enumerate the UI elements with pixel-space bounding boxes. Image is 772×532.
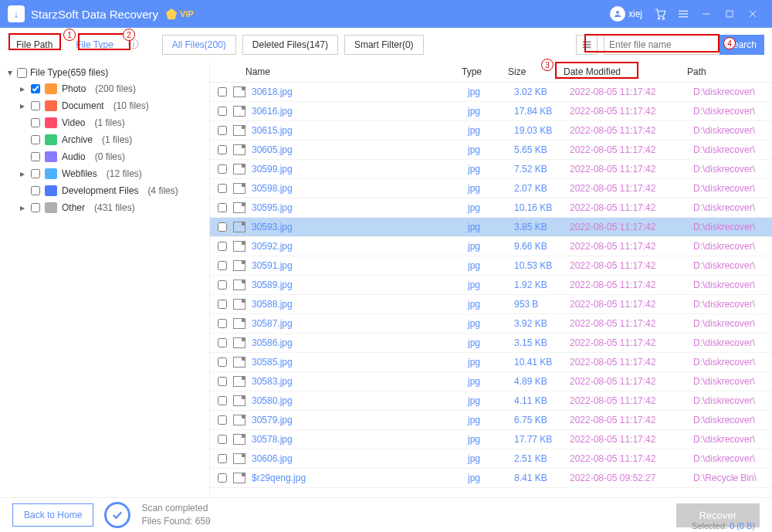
- table-body[interactable]: 30618.jpg jpg 3.02 KB 2022-08-05 11:17:4…: [210, 83, 772, 497]
- table-row[interactable]: 30599.jpg jpg 7.52 KB 2022-08-05 11:17:4…: [210, 160, 772, 179]
- table-row[interactable]: 30618.jpg jpg 3.02 KB 2022-08-05 11:17:4…: [210, 83, 772, 102]
- row-checkbox[interactable]: [218, 415, 227, 425]
- close-button[interactable]: [741, 0, 764, 28]
- row-checkbox[interactable]: [218, 126, 227, 135]
- cell-path: D:\diskrecover\: [693, 357, 764, 368]
- table-row[interactable]: 30606.jpg jpg 2.51 KB 2022-08-05 11:17:4…: [210, 449, 772, 469]
- user-account[interactable]: xiej: [610, 6, 642, 22]
- table-row[interactable]: 30595.jpg jpg 10.16 KB 2022-08-05 11:17:…: [210, 198, 772, 218]
- sidebar-item-photo[interactable]: ▸ Photo (200 files): [3, 80, 209, 97]
- item-count: (10 files): [113, 100, 149, 111]
- row-checkbox[interactable]: [218, 377, 227, 386]
- expand-icon[interactable]: ▸: [19, 100, 26, 111]
- table-row[interactable]: 30587.jpg jpg 3.92 KB 2022-08-05 11:17:4…: [210, 314, 772, 334]
- item-checkbox[interactable]: [31, 152, 40, 161]
- help-icon[interactable]: ⓘ: [128, 38, 139, 52]
- row-checkbox[interactable]: [218, 242, 227, 251]
- collapse-icon[interactable]: ▾: [6, 67, 14, 78]
- table-row[interactable]: 30616.jpg jpg 17.84 KB 2022-08-05 11:17:…: [210, 102, 772, 121]
- header-type[interactable]: Type: [462, 66, 508, 77]
- row-checkbox[interactable]: [218, 87, 227, 97]
- expand-icon[interactable]: ▸: [19, 83, 26, 94]
- cell-type: jpg: [468, 395, 514, 406]
- cell-date: 2022-08-05 11:17:42: [570, 241, 693, 252]
- tab-file-path[interactable]: File Path: [8, 35, 61, 55]
- table-row[interactable]: 30589.jpg jpg 1.92 KB 2022-08-05 11:17:4…: [210, 276, 772, 295]
- sidebar-item-other[interactable]: ▸ Other (431 files): [3, 199, 209, 216]
- menu-button[interactable]: [672, 0, 695, 28]
- header-name[interactable]: Name: [245, 66, 462, 77]
- table-row[interactable]: 30605.jpg jpg 5.65 KB 2022-08-05 11:17:4…: [210, 141, 772, 160]
- table-row[interactable]: 30578.jpg jpg 17.77 KB 2022-08-05 11:17:…: [210, 430, 772, 449]
- search-input[interactable]: [604, 35, 720, 55]
- file-icon: [233, 434, 245, 445]
- expand-icon[interactable]: ▸: [19, 202, 26, 213]
- table-row[interactable]: 30586.jpg jpg 3.15 KB 2022-08-05 11:17:4…: [210, 334, 772, 353]
- cell-size: 6.75 KB: [514, 415, 570, 425]
- cart-button[interactable]: [648, 0, 672, 28]
- table-row[interactable]: 30585.jpg jpg 10.41 KB 2022-08-05 11:17:…: [210, 353, 772, 372]
- vip-badge[interactable]: VIP: [166, 8, 194, 19]
- row-checkbox[interactable]: [218, 107, 227, 116]
- item-checkbox[interactable]: [31, 118, 40, 127]
- row-checkbox[interactable]: [218, 203, 227, 212]
- filter-deleted-files[interactable]: Deleted Files(147): [242, 35, 338, 55]
- view-mode-button[interactable]: [576, 35, 598, 55]
- table-row[interactable]: 30580.jpg jpg 4.11 KB 2022-08-05 11:17:4…: [210, 391, 772, 411]
- sidebar-item-video[interactable]: Video (1 files): [3, 114, 209, 131]
- sidebar-item-development-files[interactable]: Development Files (4 files): [3, 182, 209, 199]
- row-checkbox[interactable]: [218, 338, 227, 347]
- item-checkbox[interactable]: [31, 186, 40, 195]
- tab-file-type[interactable]: File Type: [67, 35, 121, 55]
- sidebar-item-document[interactable]: ▸ Document (10 files): [3, 97, 209, 114]
- row-checkbox[interactable]: [218, 357, 227, 367]
- table-row[interactable]: 30588.jpg jpg 953 B 2022-08-05 11:17:42 …: [210, 295, 772, 314]
- sidebar-item-audio[interactable]: Audio (0 files): [3, 148, 209, 165]
- item-count: (1 files): [102, 134, 132, 145]
- table-row[interactable]: 30598.jpg jpg 2.07 KB 2022-08-05 11:17:4…: [210, 179, 772, 198]
- item-checkbox[interactable]: [31, 135, 40, 144]
- table-row[interactable]: 30592.jpg jpg 9.66 KB 2022-08-05 11:17:4…: [210, 237, 772, 256]
- row-checkbox[interactable]: [218, 454, 227, 463]
- cell-size: 2.51 KB: [514, 453, 570, 464]
- row-checkbox[interactable]: [218, 473, 227, 483]
- search-button[interactable]: Search: [720, 35, 764, 55]
- filter-all-files[interactable]: All Files(200): [162, 35, 236, 55]
- table-row[interactable]: $r29qeng.jpg jpg 8.41 KB 2022-08-05 09:5…: [210, 469, 772, 488]
- table-row[interactable]: 30591.jpg jpg 10.53 KB 2022-08-05 11:17:…: [210, 256, 772, 276]
- row-checkbox[interactable]: [218, 222, 227, 232]
- sidebar-item-archive[interactable]: Archive (1 files): [3, 131, 209, 148]
- minimize-button[interactable]: [695, 0, 718, 28]
- row-checkbox[interactable]: [218, 164, 227, 174]
- item-count: (4 files): [147, 185, 178, 196]
- table-row[interactable]: 30593.jpg jpg 3.85 KB 2022-08-05 11:17:4…: [210, 218, 772, 237]
- row-checkbox[interactable]: [218, 319, 227, 328]
- maximize-button[interactable]: [718, 0, 741, 28]
- table-row[interactable]: 30615.jpg jpg 19.03 KB 2022-08-05 11:17:…: [210, 121, 772, 141]
- item-checkbox[interactable]: [31, 203, 40, 212]
- header-size[interactable]: Size: [508, 66, 564, 77]
- back-to-home-button[interactable]: Back to Home: [12, 503, 93, 527]
- cell-path: D:\diskrecover\: [693, 453, 764, 464]
- header-date[interactable]: Date Modified: [564, 66, 687, 77]
- header-path[interactable]: Path: [687, 66, 764, 77]
- sidebar-item-webfiles[interactable]: ▸ Webfiles (12 files): [3, 165, 209, 182]
- table-row[interactable]: 30583.jpg jpg 4.89 KB 2022-08-05 11:17:4…: [210, 372, 772, 391]
- item-checkbox[interactable]: [31, 84, 40, 93]
- filter-smart[interactable]: Smart Filter(0): [344, 35, 424, 55]
- row-checkbox[interactable]: [218, 184, 227, 193]
- table-row[interactable]: 30579.jpg jpg 6.75 KB 2022-08-05 11:17:4…: [210, 411, 772, 430]
- row-checkbox[interactable]: [218, 396, 227, 405]
- tree-root[interactable]: ▾ File Type(659 files): [3, 65, 209, 80]
- row-checkbox[interactable]: [218, 145, 227, 154]
- expand-icon[interactable]: ▸: [19, 168, 26, 179]
- cell-name: 30618.jpg: [252, 86, 468, 97]
- root-checkbox[interactable]: [17, 68, 27, 78]
- cell-path: D:\diskrecover\: [693, 222, 764, 232]
- row-checkbox[interactable]: [218, 300, 227, 309]
- row-checkbox[interactable]: [218, 435, 227, 444]
- row-checkbox[interactable]: [218, 280, 227, 290]
- item-checkbox[interactable]: [31, 101, 40, 110]
- row-checkbox[interactable]: [218, 261, 227, 270]
- item-checkbox[interactable]: [31, 169, 40, 178]
